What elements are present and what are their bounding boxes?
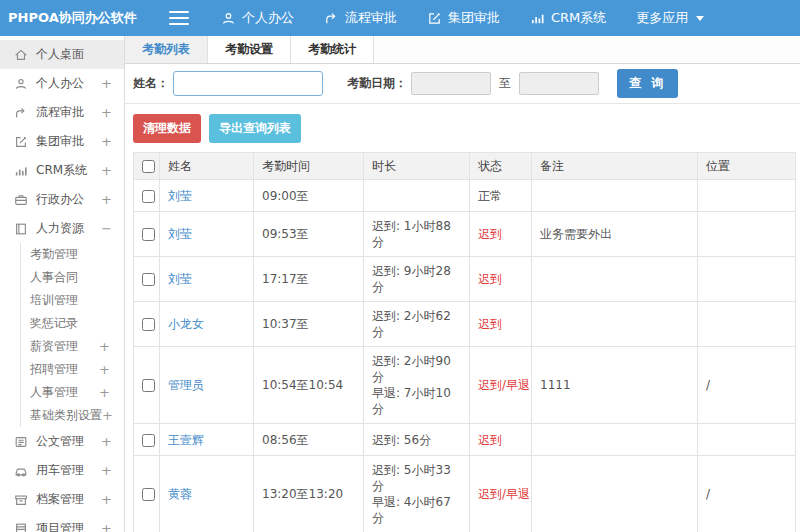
employee-name-link[interactable]: 管理员 — [168, 378, 204, 392]
filter-bar: 姓名： 考勤日期： 至 查 询 — [125, 64, 800, 104]
employee-name-link[interactable]: 刘莹 — [168, 272, 192, 286]
duration-cell: 迟到: 56分 — [364, 424, 470, 456]
location-cell — [698, 424, 796, 456]
sidebar-item-hr-contract[interactable]: 人事合同 — [21, 266, 124, 289]
attendance-time-cell: 10:37至 — [254, 302, 364, 347]
nav-item-label: CRM系统 — [551, 9, 606, 27]
sidebar-item-label: 公文管理 — [36, 433, 84, 450]
nav-item-group-approval[interactable]: 集团审批 — [427, 9, 500, 27]
sidebar-item-admin-office[interactable]: 行政办公+ — [0, 185, 124, 214]
tab-attendance-statistics[interactable]: 考勤统计 — [291, 36, 374, 63]
sidebar-item-personal-desktop[interactable]: 个人桌面 — [0, 40, 124, 69]
book-icon — [14, 222, 28, 236]
location-cell — [698, 302, 796, 347]
chart-icon — [530, 11, 545, 26]
sidebar-item-vehicle-management[interactable]: 用车管理+ — [0, 456, 124, 485]
main-content: 考勤列表考勤设置考勤统计 姓名： 考勤日期： 至 查 询 清理数据 导出查询列表 — [125, 36, 800, 532]
row-checkbox[interactable] — [142, 228, 155, 241]
sidebar-item-archive-management[interactable]: 档案管理+ — [0, 485, 124, 514]
sidebar-item-label: 人事合同 — [30, 269, 78, 286]
nav-item-workflow-approval[interactable]: 流程审批 — [324, 9, 397, 27]
duration-cell: 迟到: 9小时28分 — [364, 257, 470, 302]
sidebar-item-label: 行政办公 — [36, 191, 84, 208]
tab-attendance-settings[interactable]: 考勤设置 — [208, 36, 291, 63]
remark-cell — [532, 257, 698, 302]
sidebar-item-label: 培训管理 — [30, 292, 78, 309]
employee-name-link[interactable]: 黄蓉 — [168, 487, 192, 501]
expand-plus-icon[interactable]: + — [99, 386, 110, 399]
sidebar-item-personnel-management[interactable]: 人事管理+ — [21, 381, 124, 404]
nav-item-more-apps[interactable]: 更多应用 — [636, 9, 704, 27]
sidebar-item-workflow-approval[interactable]: 流程审批+ — [0, 98, 124, 127]
sidebar-item-training-management[interactable]: 培训管理 — [21, 289, 124, 312]
attendance-time-cell: 08:56至 — [254, 424, 364, 456]
app-window: PHPOA协同办公软件 个人办公流程审批集团审批CRM系统更多应用 个人桌面个人… — [0, 0, 800, 532]
expand-plus-icon[interactable]: + — [101, 106, 112, 119]
employee-name-link[interactable]: 刘莹 — [168, 227, 192, 241]
table-row: 黄蓉13:20至13:20迟到: 5小时33分早退: 4小时67分迟到/早退/ — [134, 456, 796, 532]
sidebar-item-label: 个人桌面 — [36, 46, 84, 63]
expand-plus-icon[interactable]: + — [101, 493, 112, 506]
employee-name-link[interactable]: 刘莹 — [168, 189, 192, 203]
location-cell — [698, 180, 796, 212]
expand-plus-icon[interactable]: + — [102, 409, 113, 422]
row-checkbox[interactable] — [142, 318, 155, 331]
tab-bar: 考勤列表考勤设置考勤统计 — [125, 36, 800, 64]
remark-cell: 业务需要外出 — [532, 212, 698, 257]
sidebar-item-group-approval[interactable]: 集团审批+ — [0, 127, 124, 156]
row-checkbox[interactable] — [142, 273, 155, 286]
column-header: 姓名 — [160, 153, 254, 180]
expand-plus-icon[interactable]: + — [101, 135, 112, 148]
sidebar-item-human-resources[interactable]: 人力资源− — [0, 214, 124, 243]
sidebar-item-basic-category-settings[interactable]: 基础类别设置+ — [21, 404, 124, 427]
sidebar-item-label: 考勤管理 — [30, 246, 78, 263]
export-list-button[interactable]: 导出查询列表 — [209, 114, 301, 143]
nav-item-label: 流程审批 — [345, 9, 397, 27]
nav-item-label: 集团审批 — [448, 9, 500, 27]
select-all-checkbox[interactable] — [142, 160, 155, 173]
expand-plus-icon[interactable]: + — [101, 77, 112, 90]
name-filter-input[interactable] — [173, 71, 323, 96]
row-checkbox[interactable] — [142, 379, 155, 392]
sidebar-item-label: 人事管理 — [30, 384, 78, 401]
date-from-input[interactable] — [411, 72, 491, 95]
remark-cell — [532, 180, 698, 212]
column-header: 时长 — [364, 153, 470, 180]
search-button[interactable]: 查 询 — [617, 69, 678, 98]
sidebar-item-reward-punishment-records[interactable]: 奖惩记录 — [21, 312, 124, 335]
chart-icon — [14, 164, 28, 178]
tab-attendance-list[interactable]: 考勤列表 — [125, 36, 208, 63]
date-to-input[interactable] — [519, 72, 599, 95]
expand-plus-icon[interactable]: + — [99, 363, 110, 376]
expand-plus-icon[interactable]: + — [101, 193, 112, 206]
name-cell: 管理员 — [160, 347, 254, 424]
collapse-minus-icon[interactable]: − — [101, 222, 112, 235]
expand-plus-icon[interactable]: + — [101, 435, 112, 448]
employee-name-link[interactable]: 小龙女 — [168, 317, 204, 331]
name-cell: 王壹辉 — [160, 424, 254, 456]
sidebar-item-attendance-management[interactable]: 考勤管理 — [21, 243, 124, 266]
sidebar-item-project-management[interactable]: 项目管理+ — [0, 514, 124, 532]
sidebar-item-label: 人力资源 — [36, 220, 84, 237]
sidebar-item-label: 奖惩记录 — [30, 315, 78, 332]
expand-plus-icon[interactable]: + — [101, 522, 112, 532]
sidebar-item-salary-management[interactable]: 薪资管理+ — [21, 335, 124, 358]
sidebar-item-personal-office[interactable]: 个人办公+ — [0, 69, 124, 98]
name-cell: 刘莹 — [160, 212, 254, 257]
expand-plus-icon[interactable]: + — [99, 340, 110, 353]
employee-name-link[interactable]: 王壹辉 — [168, 433, 204, 447]
date-range-to-label: 至 — [499, 75, 511, 92]
sidebar-item-recruitment-management[interactable]: 招聘管理+ — [21, 358, 124, 381]
sidebar-item-crm-system[interactable]: CRM系统+ — [0, 156, 124, 185]
row-checkbox[interactable] — [142, 488, 155, 501]
expand-plus-icon[interactable]: + — [101, 164, 112, 177]
sidebar-item-document-management[interactable]: 公文管理+ — [0, 427, 124, 456]
row-checkbox[interactable] — [142, 190, 155, 203]
row-checkbox[interactable] — [142, 434, 155, 447]
menu-toggle-icon[interactable] — [169, 11, 189, 25]
nav-item-crm-system[interactable]: CRM系统 — [530, 9, 606, 27]
nav-item-personal-office[interactable]: 个人办公 — [221, 9, 294, 27]
status-badge: 迟到/早退 — [478, 378, 530, 392]
clear-data-button[interactable]: 清理数据 — [133, 114, 201, 143]
expand-plus-icon[interactable]: + — [101, 464, 112, 477]
